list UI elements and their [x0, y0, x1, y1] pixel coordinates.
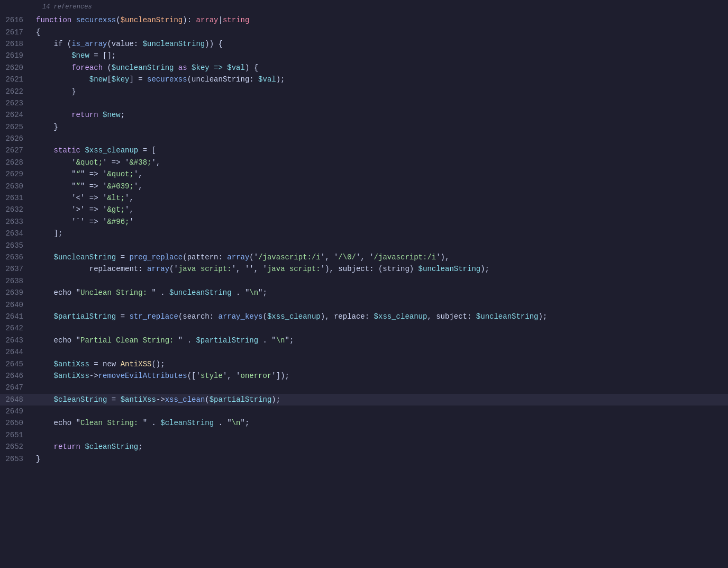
code-token: echo " [36, 288, 80, 297]
code-line: 2630 "”" => '&#039;', [0, 181, 728, 192]
code-token: "; [241, 419, 250, 427]
line-content: $new[$key] = securexss(uncleanString: $v… [32, 74, 728, 85]
code-token: preg_replace [129, 253, 183, 262]
line-number: 2632 [0, 204, 32, 215]
code-token: as [174, 64, 192, 72]
code-token: = [107, 395, 120, 404]
line-number: 2644 [0, 346, 32, 358]
line-number: 2616 [0, 14, 32, 26]
line-content: } [32, 453, 728, 465]
line-number: 2636 [0, 251, 32, 263]
line-content [32, 240, 728, 251]
line-content: } [32, 121, 728, 133]
code-token: )) { [205, 40, 223, 48]
line-number: 2621 [0, 74, 32, 85]
line-number: 2619 [0, 50, 32, 61]
code-token: “ [76, 170, 80, 178]
line-number: 2623 [0, 97, 32, 109]
code-token: ), replace: [321, 312, 374, 321]
code-token [36, 372, 54, 380]
code-token [36, 51, 71, 60]
code-token: $cleanString [85, 443, 138, 451]
code-line: 2628 '&quot;' => '&#38;', [0, 157, 728, 168]
code-line: 2625 } [0, 121, 728, 133]
code-token: echo " [36, 336, 80, 345]
line-number: 2651 [0, 429, 32, 441]
line-content [32, 322, 728, 334]
code-token: array [196, 16, 219, 24]
code-token: $partialString [210, 395, 272, 404]
code-line: 2616function securexss($uncleanString): … [0, 14, 728, 26]
code-token: $cleanString [160, 419, 214, 427]
code-token: $uncleanString [121, 16, 183, 24]
code-token: ', [134, 170, 143, 178]
code-token: ); [271, 395, 280, 404]
code-token: '>' => ' [36, 205, 107, 214]
line-number: 2637 [0, 263, 32, 275]
line-number: 2629 [0, 168, 32, 180]
code-line: 2623 [0, 97, 728, 109]
code-token: ', ' [321, 253, 339, 262]
code-token: -> [156, 395, 165, 404]
code-token: if ( [36, 40, 71, 48]
code-line: 2626 [0, 133, 728, 145]
code-line: 2633 '`' => '&#96;' [0, 216, 728, 228]
code-token: ', [125, 194, 134, 202]
line-number: 2620 [0, 62, 32, 74]
code-token: (value: [107, 40, 142, 48]
line-number: 2618 [0, 38, 32, 50]
code-token: (uncleanString: [187, 75, 258, 84]
code-token: is_array [71, 40, 107, 48]
code-token: ', '', ' [232, 265, 267, 273]
line-number: 2635 [0, 240, 32, 251]
code-token: ): [183, 16, 196, 24]
line-content: echo "Unclean String: " . $uncleanString… [32, 287, 728, 299]
code-token: "; [285, 336, 294, 345]
code-token: = [ [138, 146, 156, 155]
code-token: &lt; [107, 194, 125, 202]
code-token: removeEvilAttributes [98, 372, 187, 380]
code-token: $partialString [196, 336, 258, 345]
code-token [36, 64, 71, 72]
code-token: (search: [178, 312, 219, 321]
code-token: &quot; [107, 170, 133, 178]
code-line: 2617{ [0, 26, 728, 38]
line-number: 2653 [0, 453, 32, 465]
code-token: string [223, 16, 249, 24]
line-content: "”" => '&#039;', [32, 181, 728, 192]
code-token: $cleanString [54, 395, 107, 404]
code-token [36, 312, 54, 321]
code-token: (' [169, 265, 178, 273]
code-token: " . [178, 336, 196, 345]
code-line: 2646 $antiXss->removeEvilAttributes(['st… [0, 370, 728, 382]
code-token [36, 253, 54, 262]
code-line: 2639 echo "Unclean String: " . $uncleanS… [0, 287, 728, 299]
code-token: array_keys [219, 312, 263, 321]
code-token: $key [112, 75, 130, 84]
code-token: [ [107, 75, 111, 84]
code-token: \n [249, 288, 258, 297]
code-token: ( [205, 395, 209, 404]
code-token: -> [89, 372, 98, 380]
code-token: $new [89, 75, 107, 84]
line-number: 2645 [0, 358, 32, 370]
line-content: static $xss_cleanup = [ [32, 145, 728, 156]
code-token: $uncleanString [476, 312, 539, 321]
code-line: 2652 return $cleanString; [0, 441, 728, 453]
code-line: 2653} [0, 453, 728, 465]
code-token: ', [125, 205, 134, 214]
code-token: . " [258, 336, 276, 345]
line-content [32, 346, 728, 358]
code-token: AntiXSS [121, 360, 152, 368]
code-token: securexss [76, 16, 116, 24]
code-token: /\0/ [338, 253, 356, 262]
line-content [32, 429, 728, 441]
code-token: $xss_cleanup [267, 312, 321, 321]
code-token: securexss [147, 75, 187, 84]
code-token: $antiXss [54, 360, 89, 368]
code-line: 2631 '<' => '&lt;', [0, 192, 728, 204]
code-token: " => ' [80, 170, 107, 178]
code-token: $xss_cleanup [374, 312, 427, 321]
code-line: 2624 return $new; [0, 109, 728, 121]
line-number: 2627 [0, 145, 32, 156]
